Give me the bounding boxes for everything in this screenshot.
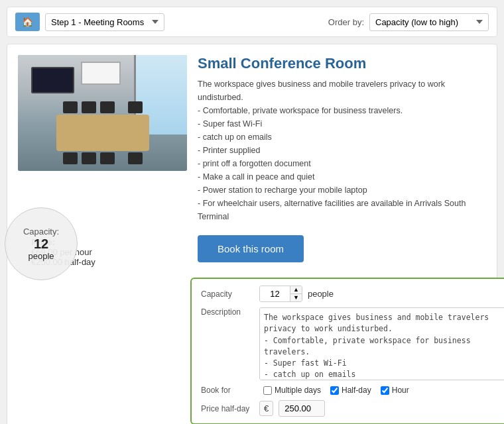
hour-label: Hour xyxy=(392,386,409,395)
capacity-badge-unit: people xyxy=(28,251,54,261)
halfday-checkbox[interactable] xyxy=(330,386,339,395)
top-bar-left: 🏠 Step 1 - Meeting Rooms Step 2 - Bookin… xyxy=(15,13,164,31)
capacity-form-row: Capacity ▲ ▼ people xyxy=(201,286,504,302)
chair-decoration xyxy=(128,101,143,113)
form-book-for-label: Book for xyxy=(201,386,254,395)
top-bar: 🏠 Step 1 - Meeting Rooms Step 2 - Bookin… xyxy=(7,7,497,37)
hour-checkbox[interactable] xyxy=(381,386,389,395)
price-halfday-row: Price half-day € xyxy=(201,400,504,417)
checkbox-hour-group[interactable]: Hour xyxy=(381,386,409,395)
room-card-top: Capacity: 12 people Price: €69.00 per ho… xyxy=(18,55,486,267)
tv-decoration xyxy=(31,67,74,93)
multiple-days-checkbox[interactable] xyxy=(263,386,272,395)
top-bar-right: Order by: Capacity (low to high) Capacit… xyxy=(328,13,489,31)
description-container: The workspace gives business and mobile … xyxy=(259,307,504,380)
step-select[interactable]: Step 1 - Meeting Rooms Step 2 - Booking … xyxy=(45,13,164,31)
people-label: people xyxy=(308,289,334,299)
order-select[interactable]: Capacity (low to high) Capacity (high to… xyxy=(369,13,489,31)
room-card-1: Capacity: 12 people Price: €69.00 per ho… xyxy=(7,44,497,424)
description-form-row: Description The workspace gives business… xyxy=(201,307,504,380)
chair-decoration xyxy=(63,152,78,164)
capacity-badge-number: 12 xyxy=(34,237,48,251)
room-image-section: Capacity: 12 people Price: €69.00 per ho… xyxy=(18,55,187,267)
capacity-input-wrapper: ▲ ▼ xyxy=(259,286,302,302)
whiteboard-decoration xyxy=(81,62,121,85)
chair-decoration xyxy=(82,152,96,164)
room-details-1: Small Conference Room The workspace give… xyxy=(198,55,486,267)
form-price-halfday-label: Price half-day xyxy=(201,404,254,413)
capacity-badge: Capacity: 12 people xyxy=(5,207,78,280)
chair-decoration xyxy=(63,101,78,113)
book-for-row: Book for Multiple days Half-day Hour xyxy=(201,386,504,395)
room-description-1: The workspace gives business and mobile … xyxy=(198,78,486,223)
halfday-label: Half-day xyxy=(342,386,371,395)
table-decoration xyxy=(56,115,149,151)
form-description-label: Description xyxy=(201,307,254,317)
checkbox-multiple-days[interactable]: Multiple days xyxy=(263,386,321,395)
home-icon: 🏠 xyxy=(22,17,33,27)
chair-decoration xyxy=(100,152,115,164)
spinner-down[interactable]: ▼ xyxy=(290,294,302,301)
spinner-up[interactable]: ▲ xyxy=(290,286,302,294)
multiple-days-label: Multiple days xyxy=(275,386,321,395)
chair-decoration xyxy=(128,152,143,164)
euro-symbol: € xyxy=(259,401,273,416)
home-button[interactable]: 🏠 xyxy=(15,13,40,31)
form-capacity-label: Capacity xyxy=(201,290,254,299)
room-image-1 xyxy=(18,55,187,171)
spinner-buttons: ▲ ▼ xyxy=(290,286,302,301)
capacity-input[interactable] xyxy=(260,286,290,301)
description-textarea[interactable]: The workspace gives business and mobile … xyxy=(259,307,504,380)
capacity-badge-label: Capacity: xyxy=(23,227,59,237)
book-room-button[interactable]: Book this room xyxy=(198,235,304,262)
chair-decoration xyxy=(82,101,96,113)
price-halfday-input[interactable] xyxy=(279,400,325,417)
capacity-form: Capacity ▲ ▼ people Description The work… xyxy=(190,278,504,424)
room-title-1: Small Conference Room xyxy=(198,55,486,72)
chair-decoration xyxy=(100,101,115,113)
order-by-label: Order by: xyxy=(328,17,364,27)
checkbox-halfday-group[interactable]: Half-day xyxy=(330,386,371,395)
